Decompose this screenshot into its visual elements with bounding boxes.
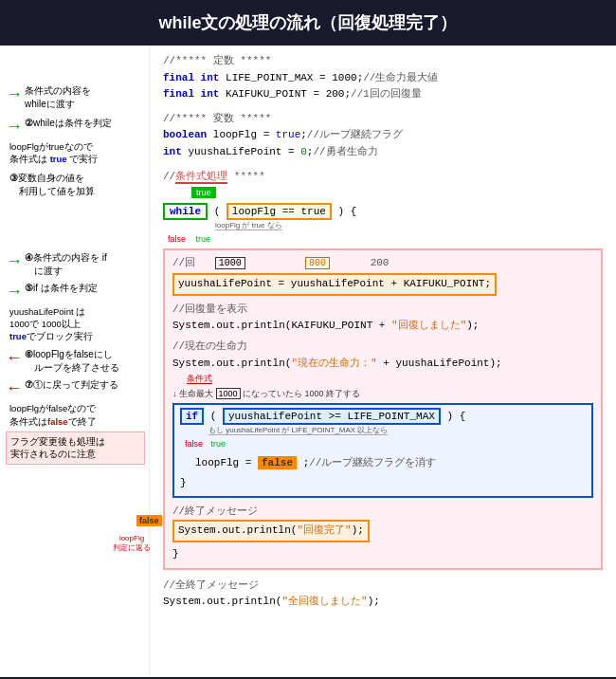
false-true-if: false true bbox=[185, 437, 586, 450]
line-loopflg: boolean loopFlg = true;//ループ継続フラグ bbox=[163, 127, 603, 144]
comment-current: //現在の生命力 bbox=[172, 339, 593, 356]
header: while文の処理の流れ（回復処理完了） bbox=[0, 0, 616, 46]
println1: System.out.println(KAIFUKU_POINT + "回復しま… bbox=[172, 318, 593, 335]
step2-text: ②whileは条件を判定 bbox=[25, 117, 112, 130]
sidebar-step4: → ④条件式の内容を if に渡す bbox=[6, 251, 145, 278]
loopflg-false-line: loopFlg = false ;//ループ継続フラグを消す bbox=[195, 455, 586, 472]
step7-text: ⑦①に戻って判定する bbox=[25, 378, 118, 392]
while-line: while ( loopFlg == true ) { bbox=[163, 204, 603, 221]
comment-end: //終了メッセージ bbox=[172, 504, 593, 521]
green-arrow2-icon: → bbox=[6, 117, 23, 137]
step1-text: 条件式の内容を whileに渡す bbox=[25, 84, 91, 111]
assign-line: yuushaLifePoint = yuushaLifePoint + KAIF… bbox=[172, 273, 593, 296]
loop-comment: //回 1000 800 200 bbox=[172, 255, 593, 272]
red-arrow6-icon: ← bbox=[6, 348, 23, 368]
sidebar-step7-note2: フラグ変更後も処理は実行されるのに注意 bbox=[6, 431, 145, 465]
if-block: if ( yuushaLifePoint >= LIFE_POINT_MAX )… bbox=[172, 403, 593, 498]
comment-const: //***** 定数 ***** bbox=[163, 53, 603, 70]
println-end: System.out.println("回復完了"); bbox=[172, 520, 593, 542]
while-condition-label: loopFlg が true なら bbox=[215, 220, 603, 232]
close-brace-if: } bbox=[180, 475, 586, 492]
green-arrow-icon: → bbox=[6, 84, 23, 104]
loopflg-return-label: loopFlg判定に返る bbox=[113, 534, 151, 554]
step6-text: ⑥loopFlgをfalseにし ループを終了させる bbox=[25, 348, 119, 375]
header-title: while文の処理の流れ（回復処理完了） bbox=[158, 13, 457, 32]
comment-cond: //条件式処理 ***** bbox=[163, 169, 603, 186]
green-arrow5-icon: → bbox=[6, 282, 23, 302]
comment-print1: //回復量を表示 bbox=[172, 302, 593, 319]
sidebar: → 条件式の内容を whileに渡す → ②whileは条件を判定 loopFl… bbox=[0, 46, 150, 677]
sidebar-step1: → 条件式の内容を whileに渡す bbox=[6, 84, 145, 111]
while-body: //回 1000 800 200 yuushaLifePoint = yuush… bbox=[163, 248, 603, 570]
step4-text: ④条件式の内容を if に渡す bbox=[25, 251, 107, 278]
sidebar-step3: ③変数自身の値を 利用して値を加算 bbox=[6, 172, 145, 198]
sidebar-step7-note: loopFlgがfalseなので条件式はfalseで終了 bbox=[6, 402, 145, 428]
if-condition-label: もし yuushaLifePoint が LIFE_POINT_MAX 以上なら bbox=[208, 425, 586, 437]
sidebar-step5: → ⑤if は条件を判定 bbox=[6, 282, 145, 302]
line-yuusha: int yuushaLifePoint = 0;//勇者生命力 bbox=[163, 144, 603, 161]
sidebar-step2-note: loopFlgがtrueなので条件式は true で実行 bbox=[6, 140, 145, 166]
false-label-bottom: false bbox=[136, 513, 162, 530]
sidebar-step6: ← ⑥loopFlgをfalseにし ループを終了させる bbox=[6, 348, 145, 375]
false-true-label: false true bbox=[168, 232, 603, 246]
println2: System.out.println("現在の生命力：" + yuushaLif… bbox=[172, 356, 593, 373]
true-label-above: true bbox=[191, 185, 603, 202]
step5-text: ⑤if は条件を判定 bbox=[25, 282, 98, 295]
line-life-max: final int LIFE_POINT_MAX = 1000;//生命力最大値 bbox=[163, 70, 603, 87]
close-brace-while: } bbox=[172, 546, 593, 563]
sidebar-step2: → ②whileは条件を判定 bbox=[6, 117, 145, 137]
println-all: System.out.println("全回復しました"); bbox=[163, 594, 603, 611]
if-line: if ( yuushaLifePoint >= LIFE_POINT_MAX )… bbox=[180, 409, 586, 426]
life-comment: ↓ 生命最大 1000 になっていたら 1000 終了する bbox=[172, 387, 593, 400]
code-area: //***** 定数 ***** final int LIFE_POINT_MA… bbox=[150, 46, 616, 677]
line-kaifuku: final int KAIFUKU_POINT = 200;//1回の回復量 bbox=[163, 86, 603, 103]
green-arrow4-icon: → bbox=[6, 251, 23, 271]
comment-all-end: //全終了メッセージ bbox=[163, 578, 603, 595]
sidebar-step5-note: yuushaLifePoint は1000で 1000以上trueでブロック実行 bbox=[6, 305, 145, 343]
red-arrow7-icon: ← bbox=[6, 378, 23, 398]
jyoken-label: 条件式 bbox=[187, 372, 593, 385]
sidebar-step7: ← ⑦①に戻って判定する bbox=[6, 378, 145, 398]
comment-var: //***** 変数 ***** bbox=[163, 111, 603, 128]
